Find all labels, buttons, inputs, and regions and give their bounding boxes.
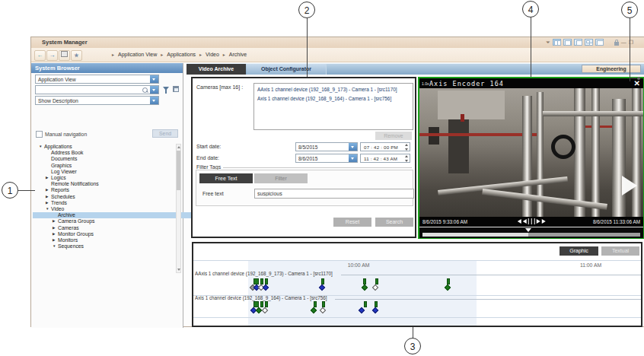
layout-single-icon[interactable] [595,39,604,46]
tree-item-address-book[interactable]: Address Book [33,150,83,156]
slider-track-elapsed[interactable] [422,233,528,237]
search-input[interactable] [35,85,159,94]
tree-collapsed-icon[interactable]: ▶ [46,201,51,205]
time-spinner-icon[interactable] [404,144,409,151]
chevron-down-icon[interactable] [150,86,158,94]
chevron-down-icon[interactable] [150,97,158,104]
tree-item-logics[interactable]: ▶Logics [33,175,66,181]
view-selector-dropdown[interactable]: Application View [35,75,159,84]
tree-collapsed-icon[interactable]: ▶ [53,219,58,223]
tree-expanded-icon[interactable]: ▼ [39,145,44,148]
chevron-down-icon[interactable] [150,75,158,83]
tree-collapsed-icon[interactable]: ▶ [46,176,51,180]
transport-controls[interactable] [518,218,546,224]
window-icon[interactable] [59,50,70,61]
tree-item-remote-notifications[interactable]: Remote Notifications [33,181,99,187]
layout-quad-icon[interactable] [585,39,593,46]
end-time-field[interactable]: 11 : 42 : 43 AM [360,154,410,163]
tree-collapsed-icon[interactable]: ▶ [53,226,58,230]
filter-funnel-icon[interactable] [163,87,169,91]
play-overlay-icon[interactable] [622,176,637,195]
manual-navigation-checkbox[interactable] [36,131,43,138]
tree-collapsed-icon[interactable]: ▶ [53,232,58,236]
tree-item-trends[interactable]: ▶Trends [33,200,67,206]
timeline-slider[interactable] [419,227,643,238]
description-mode-dropdown[interactable]: Show Description [35,96,159,105]
layout-split-right-icon[interactable] [574,39,582,46]
tree-item-camera-groups[interactable]: ▶Camera Groups [33,218,94,224]
recording-segment-marker[interactable] [364,301,367,307]
step-forward-icon[interactable] [537,219,540,224]
layout-split-left-icon[interactable] [563,39,572,46]
breadcrumb-item[interactable]: Archive [229,52,247,57]
tree-item-monitors[interactable]: ▶Monitors [33,237,78,243]
step-back-icon[interactable] [518,219,521,224]
engineering-button[interactable]: Engineering [582,65,641,73]
tree-item-monitor-groups[interactable]: ▶Monitor Groups [33,231,94,237]
search-button[interactable]: Search [375,218,413,227]
tree-collapsed-icon[interactable]: ▶ [46,188,51,192]
tree-item-graphics[interactable]: Graphics [33,163,72,169]
tab-object-configurator[interactable]: Object Configurator [247,64,327,75]
breadcrumb-item[interactable]: Application View [118,52,157,57]
tree-item-schedules[interactable]: ▶Schedules [33,194,75,200]
tree-item-cameras[interactable]: ▶Cameras [33,225,79,231]
end-date-field[interactable]: 8/6/2015 [295,154,358,163]
time-spinner-icon[interactable] [404,155,409,162]
breadcrumb-item[interactable]: Applications [167,52,196,57]
pause-bars-icon[interactable] [531,218,532,224]
star-icon[interactable]: ★ [71,50,82,61]
tree-collapsed-icon[interactable]: ▶ [46,195,51,199]
camera-list-item[interactable]: AAxis 1 channel device (192_168_9_173) -… [257,87,397,92]
remove-button[interactable]: Remove [375,132,412,140]
tree-item-documents[interactable]: Documents [33,156,77,162]
slider-thumb-icon[interactable] [525,228,531,232]
graphic-view-button[interactable]: Graphic [560,246,598,256]
dock-collapse-icon[interactable]: ⏷ [546,39,550,46]
recording-segment-marker[interactable] [265,301,268,307]
camera-listbox[interactable]: AAxis 1 channel device (192_168_9_173) -… [253,83,413,130]
tree-item-reports[interactable]: ▶Reports [33,187,69,193]
chevron-down-icon[interactable] [349,143,357,151]
step-forward-icon[interactable] [541,219,545,224]
tab-free-text[interactable]: Free Text [199,173,253,183]
send-button[interactable]: Send [152,129,178,138]
textual-view-button[interactable]: Textual [601,246,639,256]
chevron-down-icon[interactable] [349,154,357,162]
back-arrow-icon[interactable]: ← [34,50,46,61]
layout-grid-icon[interactable] [553,39,561,46]
tree-item-archive[interactable]: Archive [33,212,194,218]
recording-segment-marker[interactable] [253,301,259,307]
tree-item-applications[interactable]: ▼Applications [33,144,72,150]
scroll-up-icon[interactable] [177,146,180,148]
tree-scrollbar[interactable] [176,144,181,273]
start-time-field[interactable]: 07 : 42 : 00 PM [360,142,410,151]
valve-wheel-shape [551,135,575,159]
camera-list-item[interactable]: Axis 1 channel device (192_168_9_164) - … [257,96,391,101]
pause-bars-icon[interactable] [528,218,529,224]
breadcrumb-item[interactable]: Video [206,52,219,57]
save-icon[interactable] [173,86,179,92]
recording-segment-marker[interactable] [314,301,317,307]
tree-item-video[interactable]: ▼Video [33,206,64,212]
step-back-icon[interactable] [522,219,526,224]
forward-arrow-icon[interactable]: → [46,50,58,61]
free-text-input[interactable] [254,189,414,199]
scroll-down-icon[interactable] [177,269,180,271]
tree-item-log-viewer[interactable]: Log Viewer [33,169,77,175]
tree-expanded-icon[interactable]: ▼ [53,244,58,248]
reset-button[interactable]: Reset [333,218,371,227]
auto-hide-pin-icon[interactable] [631,76,640,81]
tab-video-archive[interactable]: Video Archive [187,64,246,75]
slider-track-remaining[interactable] [528,233,640,237]
pause-bars-icon[interactable] [534,218,535,224]
start-date-field[interactable]: 8/5/2015 [295,142,358,151]
tree-collapsed-icon[interactable]: ▶ [53,238,58,242]
minimize-icon[interactable]: — [621,39,626,46]
tree-item-sequences[interactable]: ▼Sequences [33,243,84,250]
tab-filter[interactable]: Filter [254,173,308,183]
scrollbar-thumb[interactable] [177,151,180,190]
recording-segment-marker[interactable] [375,278,378,284]
recording-segment-marker[interactable] [260,301,263,307]
tree-expanded-icon[interactable]: ▼ [46,207,51,211]
